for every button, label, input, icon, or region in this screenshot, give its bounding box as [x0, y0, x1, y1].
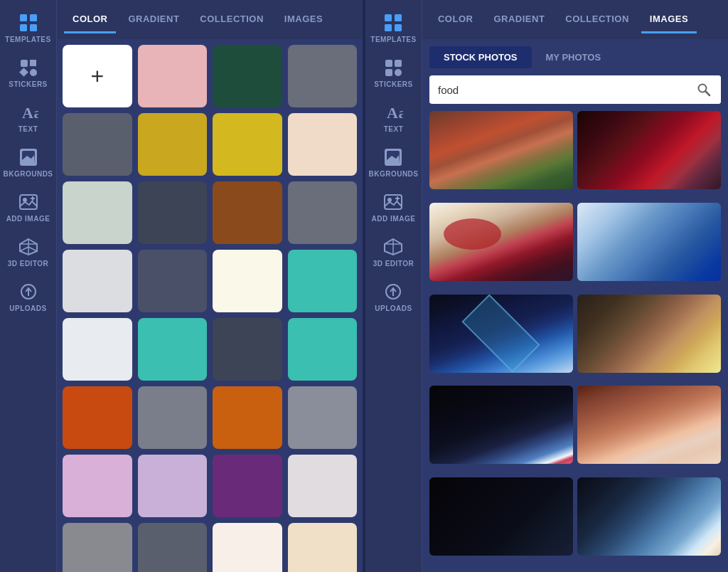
sidebar-item-stickers[interactable]: STICKERS [0, 51, 57, 95]
right-tab-images[interactable]: IMAGES [641, 6, 697, 33]
sidebar-item-templates-label: TEMPLATES [5, 36, 50, 43]
svg-rect-24 [395, 60, 402, 67]
left-tab-images[interactable]: IMAGES [276, 6, 331, 33]
add-color-swatch[interactable]: + [63, 45, 132, 107]
left-tab-gradient[interactable]: GRADIENT [119, 6, 188, 33]
color-swatch[interactable] [138, 113, 208, 176]
right-text-icon: Aa [383, 102, 403, 122]
left-sidebar: TEMPLATES STICKERS Aa TEXT [0, 0, 57, 572]
color-swatch[interactable] [288, 181, 358, 244]
add-image-icon [18, 192, 38, 212]
photo-card[interactable] [577, 477, 721, 556]
right-panel: TEMPLATES STICKERS Aa TEXT [365, 0, 728, 572]
svg-rect-30 [385, 195, 402, 209]
sidebar-item-3d-editor[interactable]: 3D EDITOR [0, 230, 57, 275]
right-sidebar-text-label: TEXT [384, 125, 404, 133]
stock-photos-tab[interactable]: STOCK PHOTOS [429, 46, 532, 68]
color-swatch[interactable] [63, 250, 132, 312]
photo-card[interactable] [577, 203, 721, 281]
photo-card[interactable] [429, 477, 573, 556]
right-sidebar-item-text[interactable]: Aa TEXT [365, 95, 422, 140]
sidebar-item-uploads[interactable]: UPLOADS [0, 275, 57, 319]
my-photos-tab[interactable]: MY PHOTOS [532, 46, 616, 68]
color-swatch[interactable] [213, 113, 282, 176]
color-swatch[interactable] [138, 523, 208, 572]
right-tab-color[interactable]: COLOR [429, 6, 481, 33]
sidebar-item-add-image[interactable]: ADD IMAGE [0, 185, 57, 230]
svg-rect-19 [385, 14, 392, 21]
svg-rect-4 [21, 60, 28, 67]
sidebar-item-templates[interactable]: TEMPLATES [0, 6, 57, 51]
photo-card[interactable] [429, 295, 573, 373]
color-swatch[interactable] [288, 455, 358, 517]
right-3d-editor-icon [383, 237, 403, 257]
color-swatch[interactable] [138, 455, 208, 517]
search-button[interactable] [687, 75, 721, 104]
color-swatch[interactable] [138, 386, 208, 449]
color-swatch[interactable] [63, 386, 132, 449]
color-swatch[interactable] [63, 318, 132, 381]
right-sidebar-item-uploads[interactable]: UPLOADS [365, 275, 422, 319]
color-swatch[interactable] [288, 250, 358, 312]
svg-rect-2 [20, 24, 27, 31]
photo-card[interactable] [577, 111, 721, 189]
color-swatch[interactable] [213, 45, 282, 107]
photo-card[interactable] [577, 386, 721, 464]
sidebar-item-text[interactable]: Aa TEXT [0, 95, 57, 140]
color-swatch[interactable] [63, 455, 132, 517]
color-swatch[interactable] [213, 386, 282, 449]
color-swatch[interactable] [288, 386, 358, 449]
right-add-image-icon [383, 192, 403, 212]
left-tab-collection[interactable]: COLLECTION [191, 6, 272, 33]
right-backgrounds-icon [383, 147, 403, 167]
right-sidebar-item-backgrounds[interactable]: BKGROUNDS [365, 140, 422, 185]
color-swatch[interactable] [213, 250, 282, 312]
photo-card[interactable] [429, 386, 573, 464]
stickers-icon [18, 58, 38, 78]
right-tab-collection[interactable]: COLLECTION [557, 6, 638, 33]
left-tab-color[interactable]: COLOR [64, 6, 116, 33]
sidebar-item-stickers-label: STICKERS [9, 80, 48, 88]
color-swatch[interactable] [138, 181, 208, 244]
svg-rect-0 [20, 14, 27, 21]
color-swatch[interactable] [213, 455, 282, 517]
color-swatch[interactable] [138, 45, 208, 107]
color-swatch[interactable] [288, 318, 358, 381]
svg-rect-23 [385, 60, 392, 67]
color-swatch[interactable] [63, 181, 132, 244]
color-swatch[interactable] [213, 181, 282, 244]
right-sidebar-3d-editor-label: 3D EDITOR [373, 260, 414, 268]
sidebar-item-3d-editor-label: 3D EDITOR [8, 260, 49, 268]
right-sidebar-item-add-image[interactable]: ADD IMAGE [365, 185, 422, 230]
color-swatch[interactable] [213, 523, 282, 572]
photo-card[interactable] [577, 295, 721, 373]
right-main-content: COLOR GRADIENT COLLECTION IMAGES STOCK P… [422, 0, 728, 572]
color-swatch[interactable] [138, 318, 208, 381]
uploads-icon [18, 282, 38, 302]
color-swatch[interactable] [213, 318, 282, 381]
color-swatch[interactable] [288, 45, 358, 107]
right-stickers-icon [383, 58, 403, 78]
sidebar-item-backgrounds-label: BKGROUNDS [3, 170, 53, 178]
color-swatch[interactable] [63, 113, 132, 176]
svg-rect-25 [385, 69, 392, 76]
color-grid-container: + [57, 39, 363, 572]
right-sidebar-item-stickers[interactable]: STICKERS [365, 51, 422, 95]
photo-card[interactable] [429, 203, 573, 281]
color-swatch[interactable] [288, 113, 358, 176]
color-swatch[interactable] [63, 523, 132, 572]
search-input[interactable] [429, 77, 687, 103]
sidebar-item-uploads-label: UPLOADS [9, 304, 46, 312]
color-swatch[interactable] [138, 250, 208, 312]
left-panel: TEMPLATES STICKERS Aa TEXT [0, 0, 363, 572]
photo-card[interactable] [429, 111, 573, 189]
right-sidebar-item-templates[interactable]: TEMPLATES [365, 6, 422, 51]
backgrounds-icon [18, 147, 38, 167]
sidebar-item-add-image-label: ADD IMAGE [6, 215, 50, 223]
sidebar-item-backgrounds[interactable]: BKGROUNDS [0, 140, 57, 185]
images-section: STOCK PHOTOS MY PHOTOS [422, 39, 728, 572]
right-templates-icon [383, 13, 403, 33]
right-tab-gradient[interactable]: GRADIENT [485, 6, 553, 33]
right-sidebar-item-3d-editor[interactable]: 3D EDITOR [365, 230, 422, 275]
color-swatch[interactable] [288, 523, 358, 572]
